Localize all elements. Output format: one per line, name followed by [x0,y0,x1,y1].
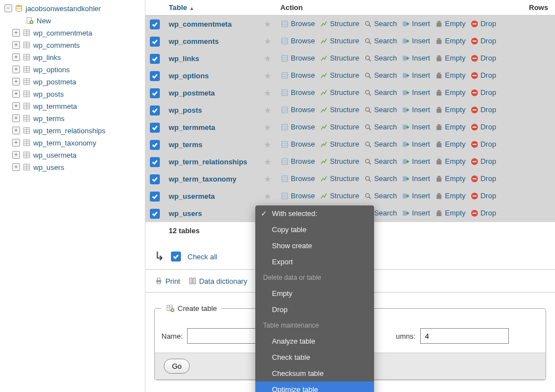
expand-icon[interactable]: + [12,78,20,86]
row-checkbox[interactable] [150,71,160,81]
col-table[interactable]: Table▲ [164,0,259,16]
favorite-star-icon[interactable]: ★ [264,19,271,29]
menu-check[interactable]: Check table [255,349,374,365]
action-structure[interactable]: Structure [319,192,359,200]
expand-icon[interactable]: + [12,29,20,37]
table-name-link[interactable]: wp_comments [169,37,219,46]
action-browse[interactable]: Browse [280,140,315,149]
menu-empty[interactable]: Empty [255,285,374,301]
action-insert[interactable]: Insert [401,19,430,28]
action-drop[interactable]: Drop [470,19,496,28]
tree-table-node[interactable]: +wp_usermeta [0,149,145,161]
expand-icon[interactable]: + [12,90,20,98]
tree-table-node[interactable]: +wp_term_taxonomy [0,137,145,149]
collapse-icon[interactable]: − [4,4,12,12]
action-browse[interactable]: Browse [280,88,315,97]
favorite-star-icon[interactable]: ★ [264,105,271,115]
table-name-link[interactable]: wp_terms [169,140,203,149]
action-browse[interactable]: Browse [280,71,315,80]
action-search[interactable]: Search [364,19,397,28]
action-structure[interactable]: Structure [319,88,359,97]
table-name-link[interactable]: wp_termmeta [169,123,215,132]
menu-drop[interactable]: Drop [255,301,374,318]
menu-with-selected[interactable]: With selected: [255,205,374,222]
action-browse[interactable]: Browse [280,192,315,200]
tree-table-label[interactable]: wp_term_relationships [33,127,105,135]
action-structure[interactable]: Structure [319,174,359,183]
action-browse[interactable]: Browse [280,174,315,183]
action-empty[interactable]: Empty [435,105,466,114]
go-button[interactable]: Go [164,359,190,374]
tree-table-node[interactable]: +wp_postmeta [0,76,145,88]
expand-icon[interactable]: + [12,53,20,61]
favorite-star-icon[interactable]: ★ [264,37,271,46]
tree-table-node[interactable]: +wp_posts [0,88,145,100]
action-browse[interactable]: Browse [280,157,315,166]
expand-icon[interactable]: + [12,114,20,122]
columns-input[interactable] [420,328,509,344]
action-search[interactable]: Search [364,192,397,200]
row-checkbox[interactable] [150,140,160,150]
tree-table-node[interactable]: +wp_comments [0,39,145,51]
row-checkbox[interactable] [150,123,160,133]
tree-table-label[interactable]: wp_term_taxonomy [33,139,96,147]
database-label[interactable]: jacobsonwestandkohler [26,4,101,13]
new-label[interactable]: New [37,17,51,25]
tree-table-node[interactable]: +wp_termmeta [0,100,145,112]
action-browse[interactable]: Browse [280,105,315,114]
action-empty[interactable]: Empty [435,157,466,166]
action-structure[interactable]: Structure [319,37,359,46]
action-drop[interactable]: Drop [470,54,496,63]
action-empty[interactable]: Empty [435,209,466,218]
action-insert[interactable]: Insert [401,37,430,46]
action-insert[interactable]: Insert [401,174,430,183]
favorite-star-icon[interactable]: ★ [264,174,271,184]
row-checkbox[interactable] [150,174,160,184]
table-name-link[interactable]: wp_usermeta [169,192,215,200]
action-drop[interactable]: Drop [470,209,496,218]
tree-db-node[interactable]: − jacobsonwestandkohler [0,2,145,14]
check-all-checkbox[interactable] [171,252,181,262]
check-all-label[interactable]: Check all [188,253,217,261]
action-insert[interactable]: Insert [401,54,430,63]
table-name-link[interactable]: wp_options [169,72,209,80]
menu-copy-table[interactable]: Copy table [255,222,374,238]
table-name-link[interactable]: wp_term_taxonomy [169,175,236,183]
row-checkbox[interactable] [150,37,160,47]
row-checkbox[interactable] [150,209,160,219]
action-drop[interactable]: Drop [470,123,496,132]
action-structure[interactable]: Structure [319,123,359,132]
tree-table-label[interactable]: wp_termmeta [33,102,77,110]
favorite-star-icon[interactable]: ★ [264,140,271,149]
action-structure[interactable]: Structure [319,54,359,63]
action-insert[interactable]: Insert [401,71,430,80]
table-name-link[interactable]: wp_postmeta [169,89,215,97]
menu-checksum[interactable]: Checksum table [255,365,374,381]
action-drop[interactable]: Drop [470,174,496,183]
action-search[interactable]: Search [364,157,397,166]
menu-export[interactable]: Export [255,254,374,270]
table-name-link[interactable]: wp_posts [169,106,202,114]
menu-show-create[interactable]: Show create [255,238,374,254]
print-link[interactable]: Print [154,277,180,285]
action-search[interactable]: Search [364,140,397,149]
action-search[interactable]: Search [364,123,397,132]
tree-new-node[interactable]: New [0,14,145,27]
action-browse[interactable]: Browse [280,54,315,63]
table-name-link[interactable]: wp_term_relationships [169,158,248,166]
tree-table-label[interactable]: wp_usermeta [33,151,77,159]
action-insert[interactable]: Insert [401,192,430,200]
action-empty[interactable]: Empty [435,174,466,183]
expand-icon[interactable]: + [12,139,20,147]
table-name-link[interactable]: wp_users [169,209,202,218]
action-drop[interactable]: Drop [470,140,496,149]
row-checkbox[interactable] [150,19,160,29]
action-structure[interactable]: Structure [319,19,359,28]
action-search[interactable]: Search [364,88,397,97]
action-drop[interactable]: Drop [470,37,496,46]
favorite-star-icon[interactable]: ★ [264,123,271,132]
favorite-star-icon[interactable]: ★ [264,71,271,81]
row-checkbox[interactable] [150,157,160,167]
action-search[interactable]: Search [364,37,397,46]
action-insert[interactable]: Insert [401,123,430,132]
